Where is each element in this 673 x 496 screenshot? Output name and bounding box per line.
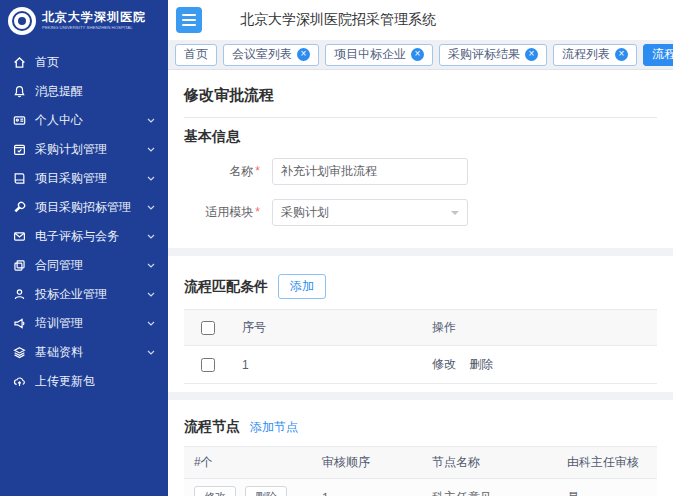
sidebar-item-training[interactable]: 培训管理 — [0, 309, 168, 338]
tab-close-icon[interactable]: × — [525, 48, 538, 61]
delete-link[interactable]: 删除 — [469, 357, 493, 371]
tab-home[interactable]: 首页 — [175, 44, 217, 66]
chevron-down-icon — [146, 203, 156, 213]
basic-info-panel: 修改审批流程 基本信息 名称* 适用模块* 采购计划 — [168, 70, 673, 248]
top-header: 北京大学深圳医院招采管理系统 — [168, 0, 673, 40]
sidebar-item-label: 个人中心 — [35, 112, 146, 129]
required-mark: * — [255, 205, 260, 219]
module-field-label: 适用模块* — [184, 204, 260, 221]
conditions-table-row: 1 修改 删除 — [184, 346, 657, 384]
tab-label: 采购评标结果 — [448, 46, 520, 63]
flow-nodes-table: #个 审核顺序 节点名称 由科主任审核 修改 删除 1 — [184, 446, 657, 496]
row-order-cell: 1 — [312, 479, 422, 496]
delete-button[interactable]: 删除 — [245, 486, 287, 496]
tab-label: 会议室列表 — [232, 46, 292, 63]
add-node-link[interactable]: 添加节点 — [250, 419, 298, 436]
edit-link[interactable]: 修改 — [432, 357, 456, 371]
tab-label: 流程列表 — [562, 46, 610, 63]
wrench-icon — [12, 201, 26, 215]
section-title-match-conditions: 流程匹配条件 — [184, 278, 268, 296]
chevron-down-icon — [146, 232, 156, 242]
tab-meeting-room-list[interactable]: 会议室列表 × — [223, 44, 319, 66]
sidebar-item-home[interactable]: 首页 — [0, 48, 168, 77]
sidebar-item-contract[interactable]: 合同管理 — [0, 251, 168, 280]
row-index-cell: 1 — [232, 346, 422, 384]
required-mark: * — [255, 164, 260, 178]
basic-info-form: 名称* 适用模块* 采购计划 — [184, 158, 657, 226]
module-select-value: 采购计划 — [281, 204, 329, 221]
layers-icon — [12, 346, 26, 360]
module-field-row: 适用模块* 采购计划 — [184, 199, 657, 226]
hospital-logo-text: 北京大学深圳医院 PEKING UNIVERSITY SHENZHEN HOSP… — [42, 11, 160, 32]
cloud-upload-icon — [12, 375, 26, 389]
hospital-name-en: PEKING UNIVERSITY SHENZHEN HOSPITAL — [42, 25, 127, 30]
conditions-table-header-row: 序号 操作 — [184, 310, 657, 346]
match-conditions-panel: 流程匹配条件 添加 序号 操作 1 — [168, 256, 673, 392]
chevron-down-icon — [146, 145, 156, 155]
sidebar-item-e-evaluation[interactable]: 电子评标与会务 — [0, 222, 168, 251]
sidebar-item-label: 投标企业管理 — [35, 286, 146, 303]
sidebar-item-upload-package[interactable]: 上传更新包 — [0, 367, 168, 396]
add-condition-button[interactable]: 添加 — [278, 274, 326, 299]
module-select[interactable]: 采购计划 — [272, 199, 468, 226]
main-area: 北京大学深圳医院招采管理系统 首页 会议室列表 × 项目中标企业 × 采购评标结… — [168, 0, 673, 496]
sidebar-item-messages[interactable]: 消息提醒 — [0, 77, 168, 106]
tab-label: 流程 — [652, 46, 673, 63]
sidebar-item-label: 消息提醒 — [35, 83, 156, 100]
row-checkbox[interactable] — [201, 358, 215, 372]
copy-icon — [12, 259, 26, 273]
section-title-flow-nodes: 流程节点 — [184, 418, 240, 436]
tab-winning-bidders[interactable]: 项目中标企业 × — [325, 44, 433, 66]
calendar-check-icon — [12, 143, 26, 157]
hospital-logo: 北京大学深圳医院 PEKING UNIVERSITY SHENZHEN HOSP… — [0, 0, 168, 42]
sidebar-item-label: 合同管理 — [35, 257, 146, 274]
sidebar-item-label: 项目采购管理 — [35, 170, 146, 187]
megaphone-icon — [12, 317, 26, 331]
sidebar-item-label: 采购计划管理 — [35, 141, 146, 158]
column-header-actions: #个 — [184, 447, 312, 479]
sidebar-item-project-bidding[interactable]: 项目采购招标管理 — [0, 193, 168, 222]
sidebar-item-label: 培训管理 — [35, 315, 146, 332]
tab-label: 首页 — [184, 46, 208, 63]
flow-nodes-panel: 流程节点 添加节点 #个 审核顺序 节点名称 由科主任审核 — [168, 400, 673, 496]
row-actions-cell: 修改 删除 — [422, 346, 657, 384]
book-icon — [12, 172, 26, 186]
hospital-name: 北京大学深圳医院 — [42, 11, 160, 25]
chevron-down-icon — [146, 290, 156, 300]
sidebar-item-bidder-management[interactable]: 投标企业管理 — [0, 280, 168, 309]
column-header-action: 操作 — [422, 310, 657, 346]
sidebar-item-label: 首页 — [35, 54, 156, 71]
name-field-row: 名称* — [184, 158, 657, 185]
tab-close-icon[interactable]: × — [297, 48, 310, 61]
tab-label: 项目中标企业 — [334, 46, 406, 63]
page-content: 修改审批流程 基本信息 名称* 适用模块* 采购计划 — [168, 70, 673, 496]
sidebar-toggle-button[interactable] — [176, 7, 202, 33]
select-all-checkbox[interactable] — [201, 321, 215, 335]
caret-down-icon — [451, 211, 459, 215]
column-header-node-name: 节点名称 — [422, 447, 557, 479]
tab-close-icon[interactable]: × — [411, 48, 424, 61]
sidebar-item-procurement-plan[interactable]: 采购计划管理 — [0, 135, 168, 164]
sidebar-item-basic-data[interactable]: 基础资料 — [0, 338, 168, 367]
tab-process[interactable]: 流程 × — [643, 44, 673, 66]
id-card-icon — [12, 114, 26, 128]
chevron-down-icon — [146, 319, 156, 329]
chevron-down-icon — [146, 348, 156, 358]
sidebar: 北京大学深圳医院 PEKING UNIVERSITY SHENZHEN HOSP… — [0, 0, 168, 496]
app-title: 北京大学深圳医院招采管理系统 — [240, 11, 436, 29]
edit-button[interactable]: 修改 — [194, 486, 236, 496]
tab-evaluation-results[interactable]: 采购评标结果 × — [439, 44, 547, 66]
sidebar-item-label: 电子评标与会务 — [35, 228, 146, 245]
tab-close-icon[interactable]: × — [615, 48, 628, 61]
mail-icon — [12, 230, 26, 244]
row-node-name-cell: 科主任意见 — [422, 479, 557, 496]
nodes-table-row: 修改 删除 1 科主任意见 是 — [184, 479, 657, 496]
sidebar-item-personal-center[interactable]: 个人中心 — [0, 106, 168, 135]
sidebar-item-label: 基础资料 — [35, 344, 146, 361]
column-header-order: 审核顺序 — [312, 447, 422, 479]
chevron-down-icon — [146, 116, 156, 126]
tab-process-list[interactable]: 流程列表 × — [553, 44, 637, 66]
sidebar-item-project-procurement[interactable]: 项目采购管理 — [0, 164, 168, 193]
row-actions-cell: 修改 删除 — [184, 479, 312, 496]
name-input[interactable] — [272, 158, 468, 185]
